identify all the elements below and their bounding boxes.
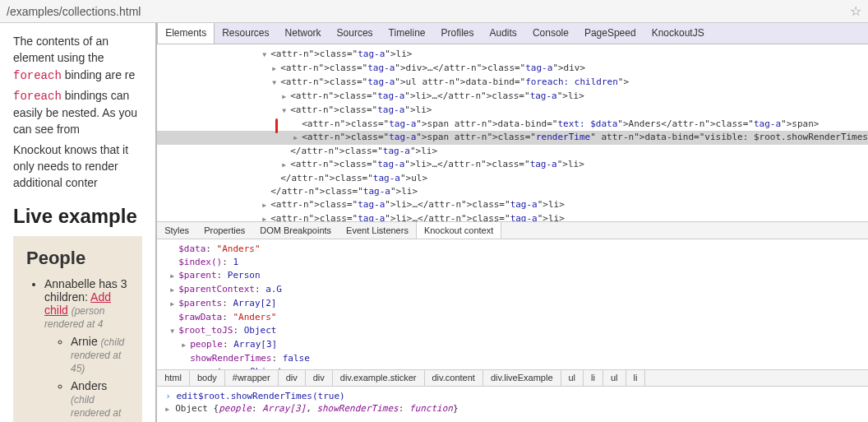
devtools-tab-knockoutjs[interactable]: KnockoutJS bbox=[644, 23, 713, 44]
breadcrumb-item[interactable]: div.example.sticker bbox=[333, 370, 425, 386]
dom-node[interactable]: <attr-n">class="tag-a">li>…</attr-n">cla… bbox=[157, 212, 868, 221]
child-item: Anders (child rendered at 45) bbox=[71, 379, 129, 422]
dom-node[interactable]: <attr-n">class="tag-a">li>…</attr-n">cla… bbox=[157, 90, 868, 104]
devtools-panel: ElementsResourcesNetworkSourcesTimelineP… bbox=[157, 23, 868, 422]
dom-node[interactable]: </attr-n">class="tag-a">li> bbox=[157, 185, 868, 198]
bookmark-star-icon[interactable]: ☆ bbox=[850, 3, 861, 19]
breadcrumb-item[interactable]: html bbox=[157, 370, 190, 386]
devtools-tab-profiles[interactable]: Profiles bbox=[434, 23, 482, 44]
dom-node[interactable]: </attr-n">class="tag-a">ul> bbox=[157, 172, 868, 185]
breadcrumb-item[interactable]: #wrapper bbox=[225, 370, 279, 386]
devtools-tab-network[interactable]: Network bbox=[278, 23, 330, 44]
example-title: People bbox=[26, 248, 129, 269]
dom-node[interactable]: <attr-n">class="tag-a">li>…</attr-n">cla… bbox=[157, 158, 868, 172]
context-property[interactable]: $parent: Person bbox=[165, 269, 860, 283]
context-property[interactable]: $rawData: "Anders" bbox=[165, 311, 860, 324]
content-paragraph: Knockout knows that it only needs to ren… bbox=[13, 141, 142, 192]
page-content: The contents of an element using the for… bbox=[0, 23, 157, 422]
dom-node[interactable]: <attr-n">class="tag-a">li> bbox=[157, 48, 868, 62]
sidebar-tabs: StylesPropertiesDOM BreakpointsEvent Lis… bbox=[157, 221, 868, 239]
context-property[interactable]: $index(): 1 bbox=[165, 256, 860, 269]
context-property[interactable]: people: Array[3] bbox=[165, 338, 860, 352]
devtools-tabs: ElementsResourcesNetworkSourcesTimelineP… bbox=[157, 23, 868, 44]
dom-node[interactable]: <attr-n">class="tag-a">ul attr-n">data-b… bbox=[157, 76, 868, 90]
content-paragraph: The contents of an element using the for… bbox=[13, 33, 142, 84]
devtools-tab-pagespeed[interactable]: PageSpeed bbox=[577, 23, 644, 44]
sidebar-tab-properties[interactable]: Properties bbox=[196, 222, 252, 239]
context-property[interactable]: $root_toJS: Object bbox=[165, 324, 860, 338]
live-example-box: People Annabelle has 3 children: Add chi… bbox=[13, 236, 142, 422]
breadcrumb-item[interactable]: li bbox=[626, 370, 646, 386]
knockout-context-pane[interactable]: $data: "Anders"$index(): 1$parent: Perso… bbox=[157, 239, 868, 369]
context-property[interactable]: $data: "Anders" bbox=[165, 243, 860, 256]
dom-node[interactable]: <attr-n">class="tag-a">span attr-n">clas… bbox=[157, 131, 868, 145]
console-pane[interactable]: › edit$root.showRenderTimes(true) Object… bbox=[157, 386, 868, 422]
content-paragraph: foreach bindings can easily be nested. A… bbox=[13, 87, 142, 138]
elements-tree[interactable]: <attr-n">class="tag-a">li><attr-n">class… bbox=[157, 44, 868, 221]
devtools-tab-resources[interactable]: Resources bbox=[215, 23, 277, 44]
context-property[interactable]: $parents: Array[2] bbox=[165, 297, 860, 311]
sidebar-tab-dom-breakpoints[interactable]: DOM Breakpoints bbox=[252, 222, 339, 239]
dom-node[interactable]: <attr-n">class="tag-a">li>…</attr-n">cla… bbox=[157, 198, 868, 212]
breadcrumb-bar: htmlbody#wrapperdivdivdiv.example.sticke… bbox=[157, 369, 868, 386]
dom-node[interactable]: <attr-n">class="tag-a">div>…</attr-n">cl… bbox=[157, 62, 868, 76]
breadcrumb-item[interactable]: div.liveExample bbox=[483, 370, 561, 386]
context-property[interactable]: $parentContext: a.G bbox=[165, 283, 860, 297]
sidebar-tab-knockout-context[interactable]: Knockout context bbox=[416, 222, 501, 239]
devtools-tab-audits[interactable]: Audits bbox=[482, 23, 525, 44]
sidebar-tab-event-listeners[interactable]: Event Listeners bbox=[339, 222, 416, 239]
section-heading: Live example bbox=[13, 205, 142, 228]
render-hint: (child rendered at 45) bbox=[71, 394, 121, 422]
context-property[interactable]: showRenderTimes: false bbox=[165, 352, 860, 365]
url-path: /examples/collections.html bbox=[7, 5, 141, 18]
dom-node[interactable]: <attr-n">class="tag-a">li> bbox=[157, 104, 868, 118]
devtools-tab-console[interactable]: Console bbox=[525, 23, 577, 44]
dom-node[interactable]: </attr-n">class="tag-a">li> bbox=[157, 145, 868, 158]
breadcrumb-item[interactable]: ul bbox=[603, 370, 626, 386]
dom-node[interactable]: <attr-n">class="tag-a">span attr-n">data… bbox=[157, 118, 868, 131]
devtools-tab-sources[interactable]: Sources bbox=[330, 23, 381, 44]
devtools-tab-timeline[interactable]: Timeline bbox=[381, 23, 434, 44]
devtools-tab-elements[interactable]: Elements bbox=[157, 23, 215, 44]
breadcrumb-item[interactable]: body bbox=[190, 370, 225, 386]
context-property[interactable]: __proto__: Object bbox=[165, 365, 860, 369]
breadcrumb-item[interactable]: li bbox=[584, 370, 603, 386]
person-item: Annabelle has 3 children: Add child (per… bbox=[44, 277, 129, 422]
breadcrumb-item[interactable]: ul bbox=[561, 370, 584, 386]
breadcrumb-item[interactable]: div.content bbox=[425, 370, 483, 386]
sidebar-tab-styles[interactable]: Styles bbox=[157, 222, 196, 239]
child-item: Arnie (child rendered at 45) bbox=[71, 335, 129, 374]
breadcrumb-item[interactable]: div bbox=[279, 370, 306, 386]
breadcrumb-item[interactable]: div bbox=[306, 370, 333, 386]
